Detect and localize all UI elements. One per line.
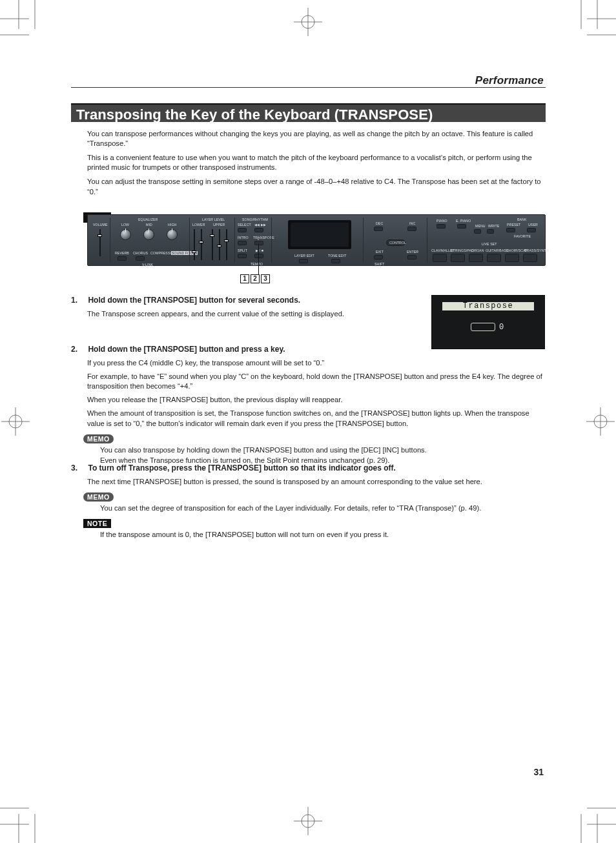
transpose-button: [254, 241, 263, 245]
panel-label-vlink: V-LINK: [142, 263, 153, 267]
layer-slider-l1: [194, 229, 195, 260]
layer-slider-u3: [226, 229, 227, 260]
play-button: [254, 254, 263, 258]
eq-high-knob: [167, 229, 178, 240]
callout-line-transpose: [258, 244, 259, 274]
ls4-button: [487, 254, 501, 262]
enter-button: [407, 255, 416, 259]
reverb-button: [118, 256, 127, 261]
step-3: 3. To turn off Transpose, press the [TRA…: [71, 463, 546, 544]
panel-label-upper: UPPER: [213, 223, 225, 227]
panel-label-ls4: GUITAR/BASS: [486, 249, 509, 252]
panel-label-epiano: E. PIANO: [456, 219, 471, 223]
note-tag-2: NOTE: [83, 519, 111, 528]
crop-mark-br: [577, 804, 616, 843]
ls6-button: [523, 254, 537, 262]
dec-button: [374, 227, 383, 231]
registration-mark-top: [294, 8, 322, 36]
registration-mark-right: [586, 407, 615, 436]
panel-label-liveset: LIVE SET: [482, 242, 497, 246]
panel-label-volume: VOLUME: [93, 223, 108, 227]
step-2-p1: If you press the C4 (middle C) key, the …: [87, 358, 546, 368]
panel-label-bank: BANK: [517, 218, 527, 221]
ls1-button: [433, 254, 447, 262]
ls5-button: [505, 254, 519, 262]
callout-box-1: 1: [240, 274, 249, 283]
panel-label-ls6: BRASS/SYNTH: [524, 249, 549, 252]
panel-label-layer-level: LAYER LEVEL: [202, 218, 225, 221]
step-2-p2: For example, to have “E” sound when you …: [87, 372, 546, 391]
layer-slider-l2: [201, 229, 202, 260]
eq-low-knob: [120, 229, 131, 240]
step-3-num: 3.: [71, 463, 85, 472]
panel-label-ls2: STRINGS/PAD: [451, 249, 474, 252]
step-1-p1: The Transpose screen appears, and the cu…: [87, 309, 423, 319]
section-title-bar: Transposing the Key of the Keyboard (TRA…: [71, 103, 546, 122]
layer-thumb-3: [210, 234, 214, 237]
panel-label-tone-edit: TONE EDIT: [328, 254, 346, 258]
step-2: 2. Hold down the [TRANSPOSE] button and …: [71, 345, 546, 470]
panel-label-split: SPLIT: [238, 249, 247, 252]
step-2-memo-p2: Even when the Transpose function is turn…: [100, 456, 546, 464]
eq-mid-knob: [143, 229, 154, 240]
panel-label-lower-edit: LAYER EDIT: [294, 254, 314, 258]
crop-mark-tl: [0, 0, 39, 39]
select-button: [238, 228, 247, 232]
panel-label-piano: PIANO: [436, 219, 447, 223]
step-1-head: Hold down the [TRANSPOSE] button for sev…: [88, 296, 424, 305]
split-button: [238, 254, 247, 258]
layer-thumb-5: [224, 239, 229, 242]
panel-label-bwdfwd: ◀◀ ▶▶: [254, 223, 266, 227]
panel-label-song-rhythm: SONG/RHYTHM: [242, 218, 268, 221]
memo-tag-1: MEMO: [83, 434, 114, 443]
panel-label-user: USER: [528, 223, 538, 227]
step-1: 1. Hold down the [TRANSPOSE] button for …: [71, 296, 546, 325]
step-2-p4: When the amount of transposition is set,…: [87, 409, 546, 428]
intro-p2: This is a convenient feature to use when…: [87, 153, 546, 172]
panel-label-control: CONTROL: [389, 241, 406, 245]
panel-display: [288, 220, 351, 249]
panel-label-write: WRITE: [488, 224, 499, 228]
registration-mark-left: [1, 407, 30, 436]
panel-label-equalizer: EQUALIZER: [138, 218, 158, 221]
panel-label-select: SELECT: [238, 223, 251, 227]
intro-p3: You can adjust the transpose setting in …: [87, 177, 546, 196]
panel-label-intro: INTRO: [238, 236, 249, 239]
panel-label-dec: DEC: [376, 221, 383, 225]
preset-button: [506, 228, 515, 232]
step-2-num: 2.: [71, 345, 85, 354]
panel-label-inc: INC: [409, 221, 415, 225]
callout-box-3: 3: [261, 274, 270, 283]
step-3-p1: The next time [TRANSPOSE] button is pres…: [87, 477, 546, 487]
write-button: [487, 229, 494, 234]
ls3-button: [469, 254, 483, 262]
intro-p1: You can transpose performances without c…: [87, 129, 546, 148]
panel-label-reverb: REVERB: [115, 251, 129, 255]
menu-button: [474, 229, 481, 234]
registration-mark-bottom: [294, 807, 322, 835]
step-3-head: To turn off Transpose, press the [TRANSP…: [88, 463, 540, 472]
chorus-button: [136, 256, 145, 261]
panel-label-lower: LOWER: [192, 223, 205, 227]
layer-thumb-1: [192, 250, 196, 253]
piano-button: [436, 224, 446, 229]
panel-label-low: LOW: [121, 223, 129, 227]
ls2-button: [451, 254, 465, 262]
panel-label-high: HIGH: [168, 223, 176, 227]
panel-label-mid: MID: [146, 223, 152, 227]
crop-mark-tr: [577, 0, 616, 39]
panel-label-shift: SHIFT: [375, 262, 385, 266]
memo-tag-2: MEMO: [83, 493, 114, 502]
panel-label-menu: MENU: [475, 224, 486, 228]
layer-thumb-4: [217, 245, 221, 247]
running-head: Performance: [475, 74, 544, 87]
panel-label-preset: PRESET: [507, 223, 520, 227]
lower-edit-button: [299, 259, 308, 263]
transpose-led: [258, 239, 259, 240]
layer-thumb-2: [199, 241, 203, 243]
exit-button: [374, 255, 383, 259]
step-2-memo-p1: You can also transpose by holding down t…: [100, 446, 546, 454]
panel-label-tempo: TEMPO: [251, 262, 263, 266]
panel-label-ls3: ORGAN: [471, 249, 484, 252]
panel-label-exit: EXIT: [376, 250, 384, 254]
